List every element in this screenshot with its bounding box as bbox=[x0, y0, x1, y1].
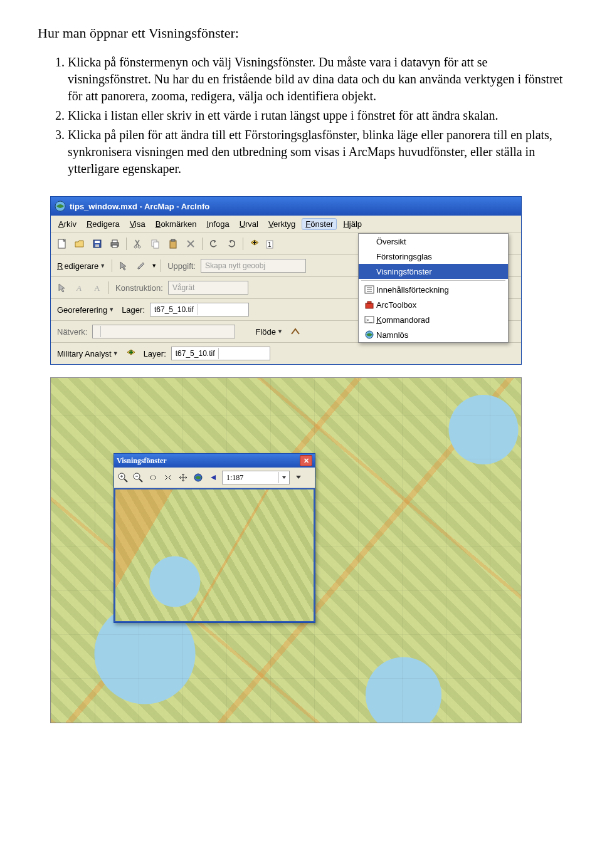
menuitem-arctoolbox[interactable]: ArcToolbox bbox=[359, 297, 508, 312]
close-icon: ✕ bbox=[304, 457, 309, 465]
visningsfonster-title: Visningsfönster bbox=[117, 456, 167, 466]
svg-line-28 bbox=[124, 479, 127, 482]
menu-urval[interactable]: Urval bbox=[236, 218, 262, 230]
cut-button[interactable] bbox=[130, 236, 145, 251]
menuitem-kommandorad[interactable]: >_ Kommandorad bbox=[359, 312, 508, 327]
map-canvas[interactable]: Visningsfönster ✕ 1:187 bbox=[50, 377, 522, 723]
fixed-zoom-out-button[interactable] bbox=[162, 471, 174, 484]
pencil-tool-icon[interactable] bbox=[134, 258, 149, 273]
undo-button[interactable] bbox=[206, 236, 221, 251]
svg-text:A: A bbox=[76, 283, 82, 293]
arrow-tool-icon[interactable] bbox=[116, 258, 131, 273]
menuitem-visningsfonster[interactable]: Visningsfönster bbox=[359, 264, 508, 279]
scale-combo[interactable]: 1:187 bbox=[222, 471, 290, 484]
copy-button[interactable] bbox=[148, 236, 163, 251]
menu-hjalp[interactable]: Hjälp bbox=[339, 218, 366, 230]
combo-value: t67_5_10.tif bbox=[176, 349, 215, 358]
open-button[interactable] bbox=[72, 236, 87, 251]
svg-text:A: A bbox=[94, 283, 100, 293]
add-data-button[interactable] bbox=[247, 236, 262, 251]
step-3: Klicka på pilen för att ändra till ett F… bbox=[68, 127, 564, 177]
text-tool-icon[interactable]: A bbox=[90, 280, 105, 295]
visningsfonster-titlebar[interactable]: Visningsfönster ✕ bbox=[114, 454, 315, 468]
uppgift-label: Uppgift: bbox=[165, 261, 198, 271]
toolbar-separator bbox=[161, 259, 161, 272]
visningsfonster-window[interactable]: Visningsfönster ✕ 1:187 bbox=[114, 453, 315, 623]
section-heading: Hur man öppnar ett Visningsfönster: bbox=[38, 25, 564, 41]
lager-combo[interactable]: t67_5_10.tif bbox=[150, 303, 249, 316]
menu-redigera[interactable]: Redigera bbox=[83, 218, 124, 230]
chevron-down-icon: ▼ bbox=[113, 350, 119, 357]
layer-label: Layer: bbox=[141, 349, 169, 358]
arcmap-globe-icon bbox=[55, 201, 66, 212]
menuitem-label: Förstoringsglas bbox=[376, 252, 432, 261]
fixed-zoom-in-button[interactable] bbox=[147, 471, 159, 484]
flode-icon-button[interactable] bbox=[288, 324, 303, 339]
paste-button[interactable] bbox=[166, 236, 181, 251]
delete-button[interactable] bbox=[183, 236, 198, 251]
add-layer-button[interactable] bbox=[124, 346, 139, 361]
svg-rect-12 bbox=[95, 241, 100, 243]
toolbar-separator bbox=[126, 238, 127, 250]
svg-text:1: 1 bbox=[268, 241, 272, 248]
menuitem-label: ArcToolbox bbox=[376, 300, 416, 310]
options-dropdown-button[interactable] bbox=[292, 471, 305, 484]
step-list: Klicka på fönstermenyn och välj Visnings… bbox=[38, 54, 564, 177]
arcmap-menubar: Arkiv Redigera Visa Bokmärken Infoga Urv… bbox=[51, 216, 521, 233]
svg-rect-16 bbox=[112, 245, 117, 248]
arcmap-title: tips_window.mxd - ArcMap - ArcInfo bbox=[70, 202, 209, 211]
toolbox-icon bbox=[362, 300, 376, 309]
uppgift-combo[interactable]: Skapa nytt geoobj bbox=[201, 259, 306, 273]
svg-rect-13 bbox=[95, 244, 99, 247]
menu-bokmarken[interactable]: Bokmärken bbox=[152, 218, 201, 230]
menuitem-label: Översikt bbox=[376, 237, 406, 246]
chevron-down-icon bbox=[100, 326, 111, 337]
text-tool-icon[interactable]: A bbox=[72, 280, 87, 295]
close-button[interactable]: ✕ bbox=[300, 455, 312, 466]
menuitem-label: Namnlös bbox=[376, 330, 408, 340]
print-button[interactable] bbox=[107, 236, 122, 251]
military-toolbar: Military Analyst ▼ Layer: t67_5_10.tif bbox=[51, 343, 521, 364]
flode-dropdown[interactable]: Flöde ▼ bbox=[253, 327, 285, 337]
layer-combo[interactable]: t67_5_10.tif bbox=[171, 347, 270, 360]
pan-button[interactable] bbox=[177, 471, 189, 484]
step-1: Klicka på fönstermenyn och välj Visnings… bbox=[68, 54, 564, 105]
back-extent-button[interactable] bbox=[207, 471, 219, 484]
visningsfonster-map[interactable] bbox=[114, 488, 315, 622]
globe-icon bbox=[362, 330, 376, 339]
menuitem-oversikt[interactable]: Översikt bbox=[359, 234, 508, 249]
visningsfonster-toolbar: 1:187 bbox=[114, 468, 315, 488]
svg-rect-15 bbox=[112, 240, 117, 243]
svg-rect-22 bbox=[171, 239, 175, 241]
georef-dropdown[interactable]: Georeferering ▼ bbox=[55, 305, 117, 315]
scale-combo-trunc[interactable]: 1 bbox=[265, 236, 275, 251]
arcmap-window: tips_window.mxd - ArcMap - ArcInfo Arkiv… bbox=[50, 196, 522, 365]
chevron-down-icon[interactable]: ▼ bbox=[151, 263, 157, 269]
toolbar-separator bbox=[112, 259, 112, 272]
military-dropdown[interactable]: Military Analyst ▼ bbox=[55, 349, 121, 358]
svg-text:>_: >_ bbox=[366, 317, 372, 323]
zoom-in-button[interactable] bbox=[117, 471, 129, 484]
menu-verktyg[interactable]: Verktyg bbox=[265, 218, 299, 230]
konstruktion-combo[interactable]: Vågrät bbox=[168, 281, 248, 295]
lager-label: Lager: bbox=[119, 305, 147, 315]
redo-button[interactable] bbox=[224, 236, 239, 251]
menuitem-namnlos[interactable]: Namnlös bbox=[359, 327, 508, 342]
arrow-icon[interactable] bbox=[55, 280, 70, 295]
menuitem-innehall[interactable]: Innehållsförteckning bbox=[359, 282, 508, 297]
natverk-combo[interactable] bbox=[92, 325, 235, 338]
menu-infoga[interactable]: Infoga bbox=[203, 218, 233, 230]
redigerare-dropdown[interactable]: Redigerare ▼ bbox=[55, 261, 108, 271]
chevron-down-icon bbox=[218, 348, 229, 359]
zoom-out-button[interactable] bbox=[132, 471, 144, 484]
full-extent-button[interactable] bbox=[192, 471, 204, 484]
combo-value: t67_5_10.tif bbox=[154, 305, 194, 314]
save-button[interactable] bbox=[90, 236, 105, 251]
new-button[interactable] bbox=[55, 236, 70, 251]
menu-visa[interactable]: Visa bbox=[126, 218, 149, 230]
combo-placeholder: Skapa nytt geoobj bbox=[205, 261, 265, 270]
menuitem-forstoringsglas[interactable]: Förstoringsglas bbox=[359, 249, 508, 264]
chevron-down-icon bbox=[278, 472, 289, 483]
menu-arkiv[interactable]: Arkiv bbox=[55, 218, 80, 230]
menu-fonster[interactable]: Fönster bbox=[302, 218, 337, 230]
